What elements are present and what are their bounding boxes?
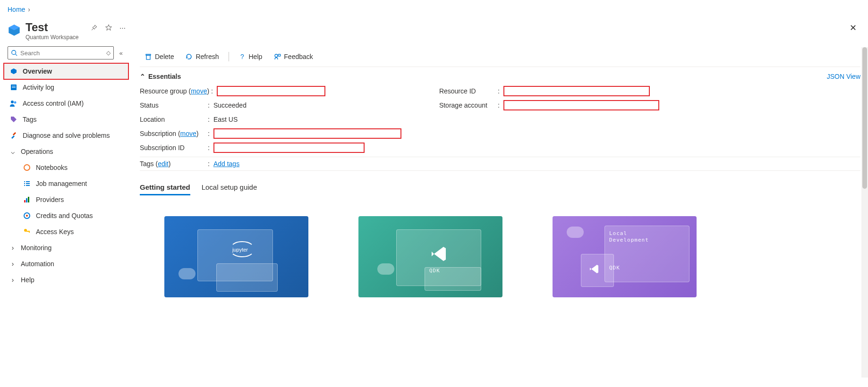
sidebar-section-operations[interactable]: ⌵ Operations (4, 143, 128, 160)
subscription-id-value-redacted (213, 143, 365, 153)
page-subtitle: Quantum Workspace (26, 34, 79, 41)
sidebar-item-access-control[interactable]: Access control (IAM) (4, 95, 128, 111)
svg-point-8 (11, 101, 14, 103)
svg-rect-18 (26, 198, 27, 202)
sidebar: ◇ « Overview Activity log Access control… (0, 46, 132, 305)
trash-icon (145, 53, 152, 60)
svg-point-9 (14, 101, 17, 104)
scrollbar[interactable] (861, 47, 868, 378)
cube-icon (10, 67, 17, 75)
scrollbar-thumb[interactable] (862, 47, 867, 189)
people-icon (9, 100, 18, 107)
svg-rect-11 (24, 181, 25, 182)
help-button[interactable]: ? Help (234, 49, 267, 64)
svg-text:jupyter: jupyter (232, 247, 248, 252)
cloud-icon (179, 268, 196, 279)
vscode-icon (429, 244, 448, 265)
gauge-icon (23, 212, 31, 219)
svg-rect-29 (278, 54, 281, 56)
storage-account-value-redacted (503, 100, 659, 110)
svg-rect-25 (146, 55, 150, 59)
sidebar-item-credits[interactable]: Credits and Quotas (4, 208, 128, 224)
main-content: Delete Refresh ? Help Feedback ⌃ Essenti… (132, 46, 868, 305)
svg-rect-13 (24, 183, 25, 184)
chevron-right-icon: › (28, 6, 30, 13)
tab-getting-started[interactable]: Getting started (140, 180, 190, 195)
sort-icon[interactable]: ◇ (106, 50, 111, 56)
svg-text:?: ? (240, 53, 244, 60)
svg-point-28 (275, 54, 278, 57)
svg-point-10 (24, 165, 30, 170)
resource-group-label: Resource group (move) (140, 87, 209, 95)
tags-label: Tags (edit) (140, 160, 206, 168)
svg-line-3 (16, 54, 17, 56)
tab-local-setup-guide[interactable]: Local setup guide (202, 180, 257, 195)
svg-rect-26 (146, 54, 151, 55)
more-icon[interactable]: ⋯ (119, 25, 126, 32)
move-resource-group-link[interactable]: move (191, 87, 207, 95)
delete-button[interactable]: Delete (140, 49, 179, 64)
svg-marker-4 (11, 68, 17, 74)
chevron-right-icon: › (9, 244, 16, 252)
svg-rect-16 (26, 185, 30, 186)
star-icon[interactable] (104, 24, 113, 32)
sidebar-item-access-keys[interactable]: Access Keys (4, 224, 128, 240)
svg-point-21 (26, 215, 28, 217)
sidebar-section-help[interactable]: › Help (4, 272, 128, 288)
breadcrumb-home[interactable]: Home (8, 6, 25, 13)
tools-icon (10, 132, 17, 139)
sidebar-item-diagnose[interactable]: Diagnose and solve problems (4, 127, 128, 143)
sidebar-section-automation[interactable]: › Automation (4, 256, 128, 272)
log-icon (10, 84, 17, 91)
quantum-workspace-icon (8, 24, 21, 37)
collapse-sidebar-button[interactable]: « (118, 48, 125, 59)
separator (229, 52, 229, 61)
chevron-down-icon: ⌵ (9, 148, 16, 155)
card-jupyter-notebooks[interactable]: jupyter (164, 216, 308, 297)
cloud-icon (377, 263, 394, 275)
qdk-label: QDK (609, 265, 620, 271)
svg-rect-15 (24, 185, 25, 186)
subscription-id-label: Subscription ID (140, 144, 206, 151)
card-local-development[interactable]: Local Development QDK (553, 216, 697, 297)
feedback-button[interactable]: Feedback (269, 49, 317, 64)
tag-icon (10, 116, 17, 123)
resource-group-value-redacted (217, 86, 325, 96)
sidebar-item-overview[interactable]: Overview (4, 63, 128, 79)
essentials-toggle[interactable]: ⌃ Essentials (140, 73, 181, 80)
search-input-wrap[interactable]: ◇ (8, 46, 114, 59)
sidebar-item-activity-log[interactable]: Activity log (4, 79, 128, 95)
vscode-icon (588, 263, 600, 275)
resource-id-label: Resource ID (439, 87, 496, 95)
page-title: Test (26, 21, 79, 34)
search-icon (11, 50, 17, 56)
move-subscription-link[interactable]: move (180, 130, 196, 137)
sidebar-item-notebooks[interactable]: Notebooks (4, 160, 128, 176)
chevron-up-icon: ⌃ (140, 73, 145, 80)
breadcrumb: Home › (0, 0, 868, 19)
sidebar-item-providers[interactable]: Providers (4, 192, 128, 208)
sidebar-item-tags[interactable]: Tags (4, 111, 128, 127)
svg-rect-17 (24, 200, 26, 202)
svg-rect-12 (26, 181, 30, 182)
search-input[interactable] (20, 50, 103, 57)
list-icon (23, 180, 31, 187)
edit-tags-link[interactable]: edit (158, 160, 169, 168)
json-view-link[interactable]: JSON View (827, 73, 860, 80)
resource-id-value-redacted (503, 86, 650, 96)
chart-icon (23, 196, 31, 203)
cloud-icon (567, 227, 584, 238)
refresh-icon (185, 53, 193, 60)
toolbar: Delete Refresh ? Help Feedback (140, 46, 860, 67)
refresh-button[interactable]: Refresh (180, 49, 223, 64)
pin-icon[interactable] (90, 24, 98, 32)
card-vscode-qdk[interactable]: QDK (358, 216, 502, 297)
svg-rect-19 (28, 197, 29, 202)
qdk-label: QDK (429, 268, 440, 274)
jupyter-icon: jupyter (226, 240, 254, 260)
sidebar-item-job-management[interactable]: Job management (4, 176, 128, 192)
add-tags-link[interactable]: Add tags (213, 160, 239, 168)
status-value: Succeeded (213, 101, 247, 109)
close-button[interactable]: ✕ (850, 23, 857, 33)
sidebar-section-monitoring[interactable]: › Monitoring (4, 240, 128, 256)
